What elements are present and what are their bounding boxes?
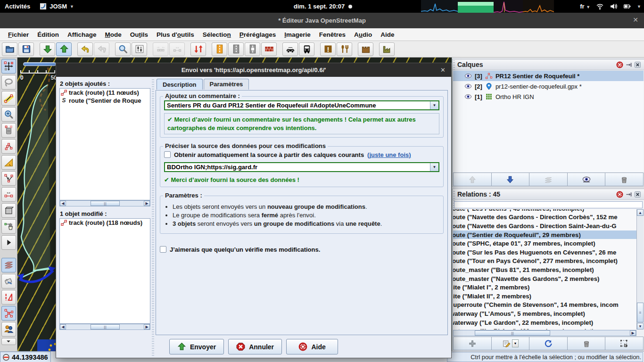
modified-list-hscrollbar[interactable]: ◀ ||| ▶ [59, 324, 150, 330]
edit-relation-button[interactable]: ▼ [492, 337, 530, 350]
layer-up-button[interactable] [453, 173, 492, 186]
relation-row[interactable]: waterway ("L'Amous", 5 membres, incomple… [453, 309, 636, 318]
menu-imagerie[interactable]: Imagerie [280, 30, 315, 40]
tags-toggle[interactable] [1, 274, 16, 288]
align-button[interactable]: ↔ [169, 42, 185, 56]
wall-preset-button[interactable] [261, 42, 277, 56]
relation-row[interactable]: route ("SPHC, étape 01", 37 membres, inc… [453, 239, 636, 248]
relation-row[interactable]: route ("Sentier de Roquefeuil", 29 membr… [453, 230, 636, 239]
volume-icon[interactable] [610, 2, 618, 10]
modified-objects-list[interactable]: track (route) (118 nœuds) [59, 218, 150, 324]
object-list-item[interactable]: track (route) (118 nœuds) [60, 219, 150, 227]
terrace-tool[interactable] [1, 219, 16, 234]
extrude-tool[interactable]: ↔ [1, 187, 16, 202]
menu-outils[interactable]: Outils [126, 30, 152, 40]
reverse-way-button[interactable] [190, 42, 206, 56]
menu-fentres[interactable]: Fenêtres [315, 30, 350, 40]
app-menu[interactable]: JOSM ▼ [35, 3, 79, 10]
layer-visible-eye-icon[interactable] [464, 82, 472, 90]
scroll-up-arrow[interactable]: ▲ [637, 209, 644, 216]
layer-down-button[interactable] [492, 173, 530, 186]
comment-value[interactable]: Sentiers PR du Gard PR12 Sentier de Roqu… [165, 101, 430, 109]
select-relation-button[interactable] [605, 337, 644, 350]
scroll-right-arrow[interactable]: ▶ [630, 330, 636, 336]
relation-row[interactable]: superroute ("Chemin de Stevenson", 14 me… [453, 301, 636, 310]
auto-source-checkbox[interactable] [164, 151, 171, 158]
menu-fichier[interactable]: Fichier [4, 30, 33, 40]
menu-audio[interactable]: Audio [350, 30, 376, 40]
system-monitor-graphs[interactable] [421, 0, 554, 13]
unglue-button[interactable]: → ← [153, 42, 168, 56]
angle-snap-tool[interactable] [1, 155, 16, 170]
tab-description[interactable]: Description [157, 79, 203, 90]
menu-dition[interactable]: Édition [33, 30, 63, 40]
comment-combobox[interactable]: Sentiers PR du Gard PR12 Sentier de Roqu… [164, 100, 439, 110]
menu-plusdoutils[interactable]: Plus d'outils [152, 30, 198, 40]
more-tools-button[interactable] [1, 235, 16, 250]
road-preset-button[interactable] [228, 42, 244, 56]
activities-button[interactable]: Activités [0, 3, 35, 10]
delete-layer-button[interactable] [605, 173, 644, 186]
scrollbar-thumb[interactable]: ||| [91, 201, 120, 206]
relation-row[interactable]: route ("Tour en Pays Cévenol", 277 membr… [453, 257, 636, 266]
zoom-tool[interactable] [1, 107, 16, 122]
selection-toggle[interactable] [1, 290, 16, 304]
panel-help-icon[interactable] [616, 191, 623, 198]
zoom-slider[interactable] [23, 62, 56, 66]
menu-affichage[interactable]: Affichage [63, 30, 101, 40]
download-members-button[interactable] [529, 337, 568, 350]
improve-way-tool[interactable] [1, 171, 16, 186]
panel-unpin-icon[interactable] [625, 61, 632, 68]
authors-toggle[interactable] [1, 322, 16, 337]
panel-close-icon[interactable] [634, 61, 641, 68]
relation-row[interactable]: route ("Navette des Gardons - Direction … [453, 213, 636, 222]
relation-row[interactable]: route_master ("Navette des Gardons", 2 m… [453, 274, 636, 283]
relation-row[interactable]: route ("Les Puechs", 45 membres, incompl… [453, 209, 636, 213]
draw-nodes-tool[interactable] [1, 91, 16, 106]
layers-toggle[interactable] [1, 258, 16, 272]
relations-toggle[interactable] [1, 306, 16, 321]
car-preset-button[interactable] [282, 42, 298, 56]
scrollbar-thumb[interactable]: ≡ [637, 303, 644, 322]
select-move-tool[interactable] [1, 59, 16, 74]
added-objects-list[interactable]: track (route) (11 nœuds)Sroute ("Sentier… [59, 88, 150, 200]
scroll-right-arrow[interactable]: ▶ [144, 324, 150, 329]
relation-row[interactable]: route_master ("Bus 81", 21 membres, inco… [453, 265, 636, 274]
layer-visible-eye-icon[interactable] [464, 72, 472, 80]
preferences-button[interactable] [132, 42, 147, 56]
relations-filter-input[interactable] [454, 201, 643, 208]
delete-relation-button[interactable] [568, 337, 606, 350]
battery-icon[interactable] [623, 2, 631, 10]
relation-row[interactable]: waterway ("Le Rhône", 439 membres, incom… [453, 327, 636, 329]
relation-row[interactable]: route ("Navette des Gardons - Direction … [453, 222, 636, 230]
relation-row[interactable]: route ("Sur les Pas des Huguenots en Cév… [453, 248, 636, 257]
scrollbar-thumb[interactable]: ||| [475, 330, 550, 336]
layer-row[interactable]: [3]PR12 Sentier de Roquefeuil * [453, 71, 644, 81]
keyboard-layout-indicator[interactable]: fr ▼ [580, 3, 590, 10]
lasso-tool[interactable] [1, 75, 16, 90]
hazard-preset-button[interactable]: ! [320, 42, 336, 56]
add-relation-button[interactable] [453, 337, 492, 350]
scrollbar-thumb[interactable]: ||| [91, 324, 120, 329]
upload-dialog-titlebar[interactable]: Envoi vers 'https://api.openstreetmap.or… [56, 63, 451, 77]
castle-preset-button[interactable] [358, 42, 373, 56]
object-list-item[interactable]: track (route) (11 nœuds) [60, 89, 150, 97]
scroll-left-arrow[interactable]: ◀ [60, 324, 66, 329]
menu-prrglages[interactable]: Préréglages [235, 30, 280, 40]
open-button[interactable] [2, 42, 17, 56]
menu-mode[interactable]: Mode [101, 30, 126, 40]
relations-horizontal-scrollbar[interactable]: ||| ▶ [453, 330, 636, 336]
save-button[interactable] [18, 42, 34, 56]
panel-help-icon[interactable] [616, 61, 623, 68]
layer-row[interactable]: [1]Ortho HR IGN [453, 91, 644, 102]
building-tool[interactable] [1, 203, 16, 218]
relations-vertical-scrollbar[interactable]: ▲ ≡ ▼ [636, 209, 644, 329]
system-menu-chevron-icon[interactable]: ▼ [637, 4, 641, 9]
relation-row[interactable]: site ("Mialet II", 2 membres) [453, 292, 636, 301]
scroll-right-arrow[interactable]: ▶ [144, 201, 150, 206]
source-value[interactable]: BDOrtho IGN;https://sig.gard.fr [165, 163, 430, 171]
tab-parametres[interactable]: Paramètres [204, 79, 249, 90]
merge-nodes-tool[interactable] [1, 139, 16, 154]
factory-preset-button[interactable] [379, 42, 395, 56]
relation-row[interactable]: waterway ("Le Gardon", 22 membres, incom… [453, 318, 636, 327]
